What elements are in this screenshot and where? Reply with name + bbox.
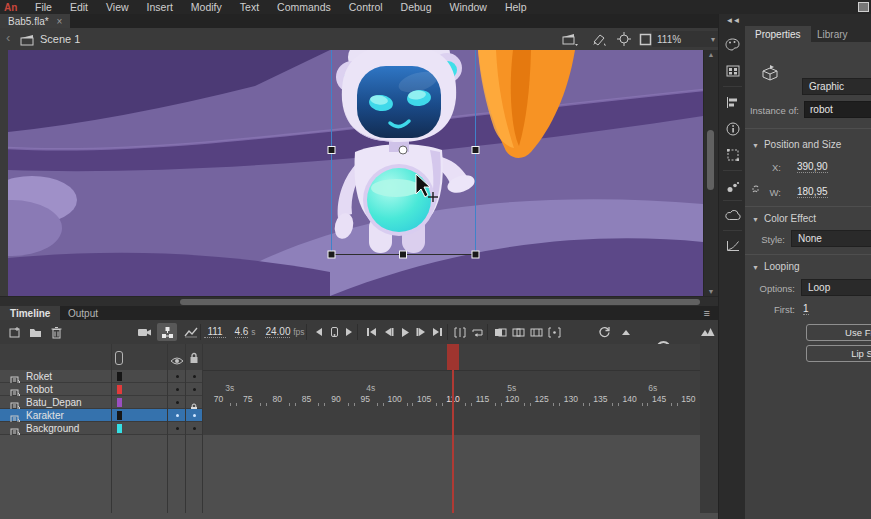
current-frame-counter[interactable]: 111 — [204, 326, 226, 338]
section-position-and-size[interactable]: ▼Position and Size — [752, 139, 841, 150]
playhead-line[interactable] — [452, 370, 454, 513]
brush-library-icon[interactable] — [724, 178, 741, 195]
menu-item-control[interactable]: Control — [340, 0, 392, 14]
modify-markers-button[interactable] — [546, 324, 562, 340]
menu-item-edit[interactable]: Edit — [61, 0, 97, 14]
step-back-button[interactable] — [380, 324, 396, 340]
layer-name[interactable]: Roket — [26, 371, 52, 382]
menu-item-modify[interactable]: Modify — [182, 0, 231, 14]
w-value[interactable]: 180,95 — [797, 186, 828, 198]
creative-cloud-icon[interactable] — [724, 207, 741, 224]
scroll-down-icon[interactable]: ▼ — [704, 288, 718, 295]
reset-timeline-zoom-button[interactable] — [596, 324, 612, 340]
scene-name[interactable]: Scene 1 — [40, 33, 80, 45]
timeline-zoom-in-icon[interactable] — [700, 324, 716, 340]
center-playhead-button[interactable] — [452, 324, 468, 340]
panel-menu-icon[interactable]: ≡ — [704, 307, 710, 319]
info-icon[interactable] — [724, 120, 741, 137]
new-folder-button[interactable] — [27, 324, 43, 340]
scroll-up-icon[interactable]: ▲ — [704, 51, 718, 58]
stage-zoom-select[interactable]: 111% ▾ — [652, 31, 720, 47]
go-to-last-frame-button[interactable] — [429, 324, 445, 340]
section-color-effect[interactable]: ▼Color Effect — [752, 213, 816, 224]
stage-vertical-scrollbar[interactable]: ▲ ▼ — [703, 50, 718, 296]
layer-name[interactable]: Karakter — [26, 410, 64, 421]
menu-item-file[interactable]: File — [26, 0, 61, 14]
outline-color-column-icon[interactable] — [115, 351, 123, 365]
close-icon[interactable]: × — [57, 16, 63, 27]
menu-item-text[interactable]: Text — [231, 0, 268, 14]
elapsed-time-counter[interactable]: 4.6 s — [230, 326, 260, 337]
scrollbar-thumb[interactable] — [180, 299, 700, 305]
timeline-zoom-out-icon[interactable] — [618, 324, 634, 340]
add-camera-button[interactable] — [136, 324, 152, 340]
style-select[interactable]: None — [791, 230, 871, 247]
layer-outline-color-swatch[interactable] — [117, 411, 122, 420]
tab-output[interactable]: Output — [58, 306, 108, 320]
onion-skin-outlines-button[interactable] — [510, 324, 526, 340]
collapse-panels-icon[interactable]: ◄◄ — [719, 16, 746, 25]
layer-parenting-toggle[interactable] — [157, 323, 177, 341]
edit-scene-icon[interactable] — [562, 32, 577, 45]
menu-item-view[interactable]: View — [97, 0, 138, 14]
menu-item-insert[interactable]: Insert — [138, 0, 182, 14]
tab-timeline[interactable]: Timeline — [0, 306, 60, 320]
align-icon[interactable] — [724, 94, 741, 111]
playhead-marker[interactable] — [447, 344, 459, 370]
window-control-icon[interactable] — [858, 2, 869, 12]
symbol-type-select[interactable]: Graphic — [802, 78, 871, 95]
layer-visibility-dot[interactable] — [176, 427, 179, 430]
layer-visibility-dot[interactable] — [176, 401, 179, 404]
loop-playback-button[interactable] — [469, 324, 485, 340]
transform-point[interactable] — [399, 146, 407, 154]
stage-canvas[interactable] — [8, 50, 703, 296]
layer-visibility-dot[interactable] — [176, 414, 179, 417]
layer-visibility-dot[interactable] — [176, 388, 179, 391]
show-parenting-view-button[interactable] — [183, 324, 199, 340]
layer-lock-dot[interactable] — [193, 388, 196, 391]
layer-row-batu_depan[interactable]: Batu_Depan — [0, 396, 203, 409]
layer-outline-color-swatch[interactable] — [117, 424, 122, 433]
section-looping[interactable]: ▼Looping — [752, 261, 800, 272]
lock-icon[interactable] — [189, 350, 199, 368]
new-layer-button[interactable] — [6, 324, 22, 340]
frame-rate-counter[interactable]: 24.00 fps — [262, 326, 308, 337]
menu-item-debug[interactable]: Debug — [392, 0, 441, 14]
menu-item-commands[interactable]: Commands — [268, 0, 340, 14]
tab-properties[interactable]: Properties — [745, 26, 811, 42]
layer-row-roket[interactable]: Roket — [0, 370, 203, 383]
step-forward-button[interactable] — [413, 324, 429, 340]
layer-row-robot[interactable]: Robot — [0, 383, 203, 396]
transform-icon[interactable] — [724, 146, 741, 163]
use-frame-picker-button[interactable]: Use Fra — [806, 324, 871, 341]
layer-row-background[interactable]: Background — [0, 422, 203, 435]
document-tab[interactable]: Bab5.fla* × — [0, 14, 70, 28]
layer-outline-color-swatch[interactable] — [117, 385, 122, 394]
layer-lock-dot[interactable] — [193, 375, 196, 378]
layer-name[interactable]: Batu_Depan — [26, 397, 82, 408]
layer-name[interactable]: Background — [26, 423, 79, 434]
step-back-one-frame-button[interactable] — [311, 324, 327, 340]
center-stage-icon[interactable] — [617, 32, 632, 45]
first-frame-value[interactable]: 1 — [803, 303, 809, 315]
menu-item-window[interactable]: Window — [441, 0, 496, 14]
layer-outline-color-swatch[interactable] — [117, 372, 122, 381]
step-forward-one-frame-button[interactable] — [341, 324, 357, 340]
tab-library[interactable]: Library — [807, 26, 858, 42]
delete-layer-button[interactable] — [48, 324, 64, 340]
back-arrow-icon[interactable]: ‹ — [6, 30, 10, 45]
go-to-first-frame-button[interactable] — [363, 324, 379, 340]
eye-icon[interactable] — [170, 352, 184, 370]
play-button[interactable] — [397, 324, 413, 340]
scrollbar-thumb[interactable] — [707, 130, 714, 190]
layer-outline-color-swatch[interactable] — [117, 398, 122, 407]
layer-lock-dot[interactable] — [193, 427, 196, 430]
layer-visibility-dot[interactable] — [176, 375, 179, 378]
swatches-icon[interactable] — [724, 62, 741, 79]
layer-row-karakter[interactable]: Karakter — [0, 409, 203, 422]
edit-symbols-icon[interactable] — [591, 32, 606, 45]
instance-name-field[interactable]: robot — [804, 101, 871, 118]
motion-graph-icon[interactable] — [724, 237, 741, 254]
menu-item-help[interactable]: Help — [496, 0, 536, 14]
link-width-height-icon[interactable] — [749, 182, 762, 200]
